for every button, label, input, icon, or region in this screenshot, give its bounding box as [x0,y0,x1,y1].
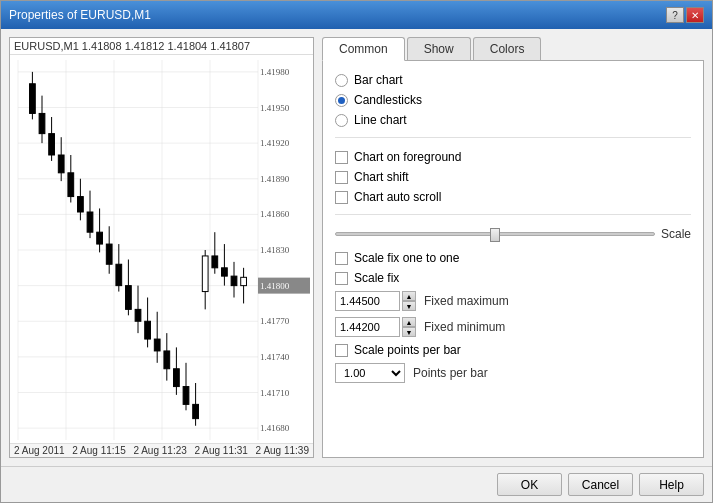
cb-fix-one[interactable]: Scale fix one to one [335,251,691,265]
fixed-max-input[interactable] [335,291,400,311]
fixed-max-label: Fixed maximum [424,294,509,308]
points-per-bar-row: 1.00 2.00 4.00 Points per bar [335,363,691,383]
time-label-4: 2 Aug 11:39 [256,445,309,456]
radio-line-label: Line chart [354,113,407,127]
fixed-max-spin-down[interactable]: ▼ [402,301,416,311]
title-bar: Properties of EURUSD,M1 ? ✕ [1,1,712,29]
fixed-max-spin-up[interactable]: ▲ [402,291,416,301]
points-per-bar-select[interactable]: 1.00 2.00 4.00 [335,363,405,383]
points-per-bar-label: Points per bar [413,366,488,380]
radio-line-chart[interactable]: Line chart [335,113,691,127]
ok-button[interactable]: OK [497,473,562,496]
properties-dialog: Properties of EURUSD,M1 ? ✕ EURUSD,M1 1.… [0,0,713,503]
chart-panel: EURUSD,M1 1.41808 1.41812 1.41804 1.4180… [9,37,314,458]
radio-bar-chart[interactable]: Bar chart [335,73,691,87]
fixed-min-spin-down[interactable]: ▼ [402,327,416,337]
fixed-min-input[interactable] [335,317,400,337]
fixed-max-row: ▲ ▼ Fixed maximum [335,291,691,311]
cb-foreground-label: Chart on foreground [354,150,461,164]
chart-type-radio-group: Bar chart Candlesticks Line chart [335,73,691,138]
fixed-min-label: Fixed minimum [424,320,505,334]
dialog-footer: OK Cancel Help [1,466,712,502]
fixed-min-spin-up[interactable]: ▲ [402,317,416,327]
cb-autoscroll-box[interactable] [335,191,348,204]
radio-candlesticks-label: Candlesticks [354,93,422,107]
cb-shift-box[interactable] [335,171,348,184]
close-title-button[interactable]: ✕ [686,7,704,23]
cb-fix-label: Scale fix [354,271,399,285]
cb-points-per-bar[interactable]: Scale points per bar [335,343,691,357]
tab-content-common: Bar chart Candlesticks Line chart [322,61,704,458]
chart-header: EURUSD,M1 1.41808 1.41812 1.41804 1.4180… [10,38,313,55]
radio-bar-circle[interactable] [335,74,348,87]
time-label-1: 2 Aug 11:15 [72,445,125,456]
time-label-3: 2 Aug 11:31 [195,445,248,456]
radio-candlesticks[interactable]: Candlesticks [335,93,691,107]
fixed-min-spin-buttons: ▲ ▼ [402,317,416,337]
cb-autoscroll[interactable]: Chart auto scroll [335,190,691,204]
scale-label: Scale [661,227,691,241]
title-bar-buttons: ? ✕ [666,7,704,23]
cb-foreground-box[interactable] [335,151,348,164]
fixed-max-spin-buttons: ▲ ▼ [402,291,416,311]
radio-bar-label: Bar chart [354,73,403,87]
time-label-0: 2 Aug 2011 [14,445,65,456]
cb-points-per-bar-box[interactable] [335,344,348,357]
help-title-button[interactable]: ? [666,7,684,23]
scale-slider[interactable] [335,232,655,236]
time-label-2: 2 Aug 11:23 [133,445,186,456]
tab-common[interactable]: Common [322,37,405,61]
tab-show[interactable]: Show [407,37,471,60]
cb-shift-label: Chart shift [354,170,409,184]
chart-footer: 2 Aug 2011 2 Aug 11:15 2 Aug 11:23 2 Aug… [10,443,313,457]
cb-fix-box[interactable] [335,272,348,285]
radio-candlesticks-circle[interactable] [335,94,348,107]
cb-fix-one-box[interactable] [335,252,348,265]
cb-foreground[interactable]: Chart on foreground [335,150,691,164]
cb-autoscroll-label: Chart auto scroll [354,190,441,204]
scale-slider-thumb[interactable] [490,228,500,242]
cb-shift[interactable]: Chart shift [335,170,691,184]
right-panel: Common Show Colors Bar chart Candlestick… [322,37,704,458]
fixed-min-input-group: ▲ ▼ [335,317,416,337]
cb-points-per-bar-label: Scale points per bar [354,343,461,357]
fixed-min-row: ▲ ▼ Fixed minimum [335,317,691,337]
dialog-title: Properties of EURUSD,M1 [9,8,151,22]
chart-content [10,55,313,443]
scale-slider-row: Scale [335,227,691,241]
tabs: Common Show Colors [322,37,704,61]
help-button[interactable]: Help [639,473,704,496]
chart-options-group: Chart on foreground Chart shift Chart au… [335,150,691,215]
scale-section: Scale Scale fix one to one Scale fix [335,227,691,383]
radio-line-circle[interactable] [335,114,348,127]
cb-fix-one-label: Scale fix one to one [354,251,459,265]
tab-colors[interactable]: Colors [473,37,542,60]
dialog-body: EURUSD,M1 1.41808 1.41812 1.41804 1.4180… [1,29,712,466]
fixed-max-input-group: ▲ ▼ [335,291,416,311]
cb-fix[interactable]: Scale fix [335,271,691,285]
cancel-button[interactable]: Cancel [568,473,633,496]
